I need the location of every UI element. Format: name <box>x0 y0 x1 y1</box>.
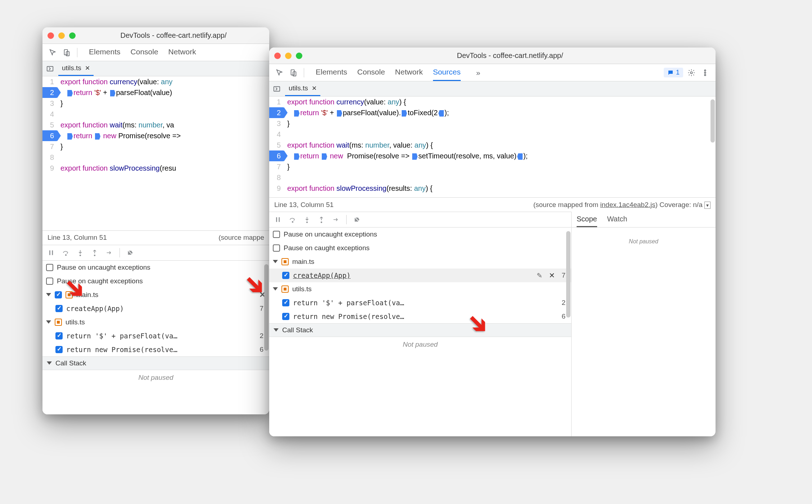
svg-point-8 <box>690 72 693 74</box>
divider <box>77 48 77 57</box>
bp-file-row[interactable]: utils.ts <box>269 282 571 296</box>
bp-file-row[interactable]: main.ts <box>269 255 571 269</box>
close-tab-icon[interactable]: ✕ <box>312 85 317 92</box>
tab-console[interactable]: Console <box>131 44 158 61</box>
kebab-icon[interactable] <box>700 67 710 78</box>
pause-caught-row[interactable]: Pause on caught exceptions <box>269 241 571 255</box>
checkbox[interactable] <box>46 278 53 285</box>
device-icon[interactable] <box>288 67 299 78</box>
issues-button[interactable]: 1 <box>664 68 683 77</box>
bp-label: createApp(App) <box>66 305 124 312</box>
bp-file-row[interactable]: utils.ts <box>42 315 269 329</box>
tab-scope[interactable]: Scope <box>577 212 597 227</box>
scrollbar[interactable] <box>566 231 570 318</box>
window-title: DevTools - coffee-cart.netlify.app/ <box>310 51 710 60</box>
tab-network[interactable]: Network <box>168 44 196 61</box>
step-over-icon[interactable] <box>287 214 299 225</box>
expand-icon[interactable] <box>47 361 52 367</box>
tab-console[interactable]: Console <box>357 64 385 81</box>
main-toolbar: Elements Console Network <box>42 44 269 61</box>
step-into-icon[interactable] <box>74 247 86 258</box>
checkbox[interactable] <box>282 313 289 320</box>
bp-label: return new Promise(resolve… <box>293 312 404 320</box>
bp-item-row[interactable]: return '$' + parseFloat(va…2 <box>269 296 571 310</box>
deactivate-breakpoints-icon[interactable] <box>351 214 363 225</box>
bp-file-name: main.ts <box>292 258 314 266</box>
edit-icon[interactable]: ✎ <box>537 271 542 280</box>
panel-tabs: Elements Console Network <box>89 44 196 61</box>
expand-icon[interactable] <box>274 328 279 334</box>
remove-icon[interactable]: ✕ <box>549 271 555 280</box>
expand-icon[interactable] <box>273 260 278 266</box>
deactivate-breakpoints-icon[interactable] <box>124 247 136 258</box>
tab-sources[interactable]: Sources <box>433 64 461 81</box>
pause-icon[interactable] <box>272 214 284 225</box>
checkbox[interactable] <box>55 305 63 312</box>
cursor-position: Line 13, Column 51 <box>48 234 107 242</box>
expand-icon[interactable] <box>46 320 51 326</box>
titlebar: DevTools - coffee-cart.netlify.app/ <box>42 27 269 44</box>
code-editor[interactable]: 1export function currency(value: any) { … <box>269 96 716 197</box>
bp-item-row[interactable]: return new Promise(resolve…6 <box>42 343 269 356</box>
file-tab[interactable]: utils.ts ✕ <box>285 81 320 96</box>
callstack-section[interactable]: Call Stack <box>269 323 571 337</box>
device-icon[interactable] <box>61 47 72 58</box>
debugger-toolbar <box>269 212 571 228</box>
navigator-toggle-icon[interactable] <box>271 84 282 94</box>
pause-uncaught-row[interactable]: Pause on uncaught exceptions <box>269 228 571 241</box>
step-out-icon[interactable] <box>89 247 101 258</box>
checkbox[interactable] <box>55 346 63 353</box>
bp-item-row[interactable]: return new Promise(resolve…6 <box>269 310 571 323</box>
tab-elements[interactable]: Elements <box>89 44 121 61</box>
maximize-window-button[interactable] <box>69 32 76 39</box>
scrollbar[interactable] <box>710 99 715 143</box>
file-icon <box>281 285 289 293</box>
bp-item-row[interactable]: createApp(App)✎✕7 <box>269 269 571 282</box>
checkbox[interactable] <box>46 264 53 271</box>
main-toolbar: Elements Console Network Sources » 1 <box>269 64 716 81</box>
minimize-window-button[interactable] <box>285 53 292 59</box>
checkbox[interactable] <box>282 272 289 279</box>
tab-elements[interactable]: Elements <box>316 64 347 81</box>
code-editor[interactable]: 1export function currency(value: any 2 r… <box>42 76 269 230</box>
not-paused-label: Not paused <box>572 235 716 248</box>
tab-network[interactable]: Network <box>395 64 423 81</box>
maximize-window-button[interactable] <box>296 53 302 59</box>
close-window-button[interactable] <box>274 53 281 59</box>
devtools-window-a: DevTools - coffee-cart.netlify.app/ Elem… <box>42 27 269 414</box>
step-over-icon[interactable] <box>60 247 72 258</box>
bp-item-row[interactable]: return '$' + parseFloat(va…2 <box>42 329 269 343</box>
step-icon[interactable] <box>330 214 342 225</box>
step-into-icon[interactable] <box>301 214 313 225</box>
navigator-toggle-icon[interactable] <box>45 63 55 74</box>
tab-watch[interactable]: Watch <box>607 212 627 227</box>
checkbox[interactable] <box>55 332 63 339</box>
expand-icon[interactable] <box>273 287 278 293</box>
step-out-icon[interactable] <box>315 214 328 225</box>
close-window-button[interactable] <box>48 32 54 39</box>
file-tabbar: utils.ts ✕ <box>269 81 716 96</box>
bp-label[interactable]: createApp(App) <box>293 271 351 279</box>
checkbox[interactable] <box>273 231 280 238</box>
close-tab-icon[interactable]: ✕ <box>85 64 90 72</box>
source-map-info: (source mappe <box>218 234 264 242</box>
scope-panel: Scope Watch Not paused <box>572 212 716 436</box>
bp-item-row[interactable]: createApp(App)7 <box>42 302 269 315</box>
file-tab-label: utils.ts <box>289 84 308 92</box>
expand-icon[interactable] <box>46 293 51 299</box>
devtools-window-b: DevTools - coffee-cart.netlify.app/ Elem… <box>269 48 716 436</box>
settings-icon[interactable] <box>686 67 697 78</box>
callstack-section[interactable]: Call Stack <box>42 356 269 370</box>
minimize-window-button[interactable] <box>58 32 65 39</box>
checkbox[interactable] <box>273 244 280 252</box>
inspect-icon[interactable] <box>48 47 58 58</box>
step-icon[interactable] <box>103 247 115 258</box>
inspect-icon[interactable] <box>274 67 285 78</box>
divider <box>304 68 304 77</box>
file-tab[interactable]: utils.ts ✕ <box>58 61 94 76</box>
svg-point-15 <box>321 222 322 223</box>
more-tabs-icon[interactable]: » <box>473 67 484 78</box>
checkbox[interactable] <box>282 299 289 306</box>
pause-icon[interactable] <box>45 247 58 258</box>
svg-point-5 <box>94 255 95 256</box>
